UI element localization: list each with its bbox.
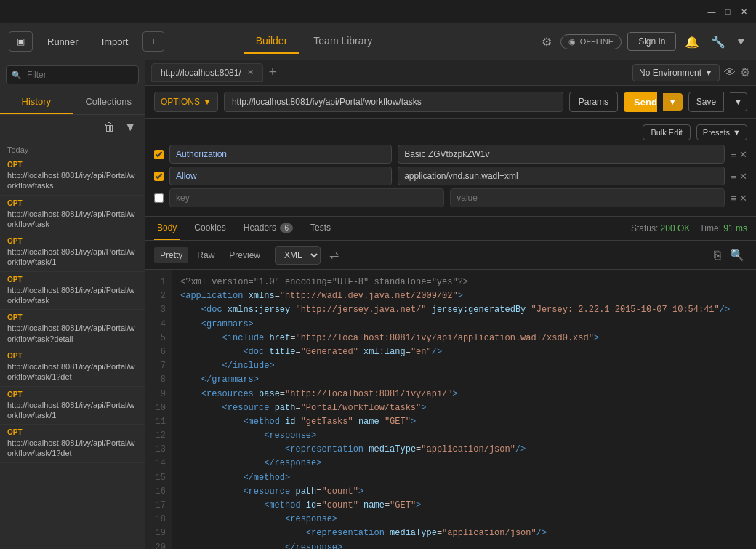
list-item[interactable]: OPThttp://localhost:8081/ivy/api/Portal/… [0,233,145,272]
url-input[interactable] [224,92,563,112]
runner-button[interactable]: Runner [39,32,87,52]
url-label: http://localhost:8081/ivy/api/Portal/wor… [7,438,137,459]
header-menu-1[interactable]: ≡ [731,171,736,182]
tab-close-icon[interactable]: ✕ [247,68,254,77]
new-request-button[interactable]: + [142,31,164,52]
header-value-0[interactable] [398,145,725,164]
method-selector[interactable]: OPTIONS ▼ [154,92,218,112]
import-button[interactable]: Import [93,32,137,52]
line-number: 8 [151,373,166,387]
empty-row-menu[interactable]: ≡ [731,193,736,204]
delete-history-button[interactable]: 🗑 [101,118,118,137]
code-line: </grammars> [180,373,747,387]
eye-button[interactable]: 👁 [724,66,736,79]
code-area: 1234567891011121314151617181920212223242… [145,270,756,549]
sidebar: 🔍 History Collections 🗑 ▼ Today OPThttp:… [0,60,145,549]
wrench-icon[interactable]: 🔧 [708,32,728,52]
time-value: 91 ms [723,223,747,233]
heart-icon[interactable]: ♥ [734,32,747,51]
history-list: OPThttp://localhost:8081/ivy/api/Portal/… [0,157,145,549]
header-actions-0: ≡ ✕ [731,149,747,160]
fmt-tab-raw[interactable]: Raw [191,247,220,263]
header-checkbox-0[interactable] [154,150,164,159]
search-code-icon[interactable]: 🔍 [727,245,747,265]
list-item[interactable]: OPThttp://localhost:8081/ivy/api/Portal/… [0,196,145,234]
header-row: ≡ ✕ [154,145,747,164]
filter-wrap: 🔍 [6,65,139,84]
tab-body[interactable]: Body [154,217,180,240]
code-content: <?xml version="1.0" encoding="UTF-8" sta… [172,270,756,549]
url-label: http://localhost:8081/ivy/api/Portal/wor… [7,209,137,230]
header-value-1[interactable] [398,167,725,185]
tab-team-library[interactable]: Team Library [302,29,384,54]
list-item[interactable]: OPThttp://localhost:8081/ivy/api/Portal/… [0,272,145,310]
presets-button[interactable]: Presets ▼ [696,124,747,140]
tab-cookies[interactable]: Cookies [191,217,228,240]
title-bar: — □ ✕ [0,0,756,23]
sidebar-tab-history[interactable]: History [0,90,73,114]
wrap-icon[interactable]: ⇌ [326,245,342,265]
code-line: </response> [180,457,747,470]
notification-icon[interactable]: 🔔 [682,32,702,52]
send-dropdown-button[interactable]: ▼ [663,93,683,111]
format-select[interactable]: XML [275,246,321,265]
line-number: 2 [151,289,166,303]
list-item[interactable]: OPThttp://localhost:8081/ivy/api/Portal/… [0,425,145,463]
method-label: OPT [7,390,137,398]
tab-headers[interactable]: Headers 6 [241,217,296,240]
sort-button[interactable]: ▼ [121,118,139,137]
line-number: 7 [151,359,166,373]
header-key-1[interactable] [169,167,392,185]
list-item[interactable]: OPThttp://localhost:8081/ivy/api/Portal/… [0,157,145,196]
sidebar-tab-collections[interactable]: Collections [73,90,145,114]
presets-arrow-icon: ▼ [733,128,741,137]
save-dropdown-button[interactable]: ▼ [730,92,747,111]
sidebar-toggle-button[interactable]: ▣ [9,31,33,52]
list-item[interactable]: OPThttp://localhost:8081/ivy/api/Portal/… [0,387,145,425]
tab-builder[interactable]: Builder [244,29,299,54]
save-button[interactable]: Save [688,92,724,112]
line-number: 4 [151,318,166,332]
header-delete-0[interactable]: ✕ [739,149,747,160]
list-item[interactable]: OPThttp://localhost:8081/ivy/api/Portal/… [0,310,145,348]
add-tab-button[interactable]: + [263,65,283,80]
list-item[interactable]: OPThttp://localhost:8081/ivy/api/Portal/… [0,348,145,387]
header-key-0[interactable] [169,145,392,164]
fmt-tab-pretty[interactable]: Pretty [154,247,188,263]
settings-button[interactable]: ⚙ [740,65,750,79]
tab-tests[interactable]: Tests [307,217,334,240]
presets-area: Presets ▼ [696,124,747,140]
sidebar-toolbar: 🗑 ▼ [0,115,145,140]
environment-selector[interactable]: No Environment ▼ [632,64,720,81]
close-button[interactable]: ✕ [737,5,750,18]
code-line: </include> [180,359,747,373]
empty-row-checkbox[interactable] [154,193,164,203]
empty-key-input[interactable] [169,188,444,207]
method-label: OPT [7,428,137,436]
empty-row-delete[interactable]: ✕ [739,193,747,204]
main-area: 🔍 History Collections 🗑 ▼ Today OPThttp:… [0,60,756,549]
line-numbers: 1234567891011121314151617181920212223242… [145,270,172,549]
code-line: <method id="getTasks" name="GET"> [180,415,747,429]
header-checkbox-1[interactable] [154,172,164,181]
minimize-button[interactable]: — [705,5,718,18]
bulk-edit-button[interactable]: Bulk Edit [643,124,690,140]
header-menu-0[interactable]: ≡ [731,149,736,160]
interceptor-icon[interactable]: ⚙ [539,32,555,52]
line-number: 12 [151,429,166,443]
offline-badge: ◉ OFFLINE [560,34,622,49]
maximize-button[interactable]: □ [721,5,734,18]
header-delete-1[interactable]: ✕ [739,171,747,182]
copy-icon[interactable]: ⎘ [711,245,724,265]
sign-in-button[interactable]: Sign In [627,32,676,51]
main-tabs: Builder Team Library [244,29,385,54]
params-button[interactable]: Params [569,92,618,112]
request-tab-active[interactable]: http://localhost:8081/ ✕ [151,63,263,82]
fmt-tab-preview[interactable]: Preview [223,247,266,263]
code-line: <doc xmlns:jersey="http://jersey.java.ne… [180,303,747,317]
nav-right-area: ⚙ ◉ OFFLINE Sign In 🔔 🔧 ♥ [539,32,747,52]
method-label: OPT [7,161,137,169]
empty-value-input[interactable] [450,188,725,207]
send-button[interactable]: Send [624,92,657,112]
filter-input[interactable] [6,65,139,84]
